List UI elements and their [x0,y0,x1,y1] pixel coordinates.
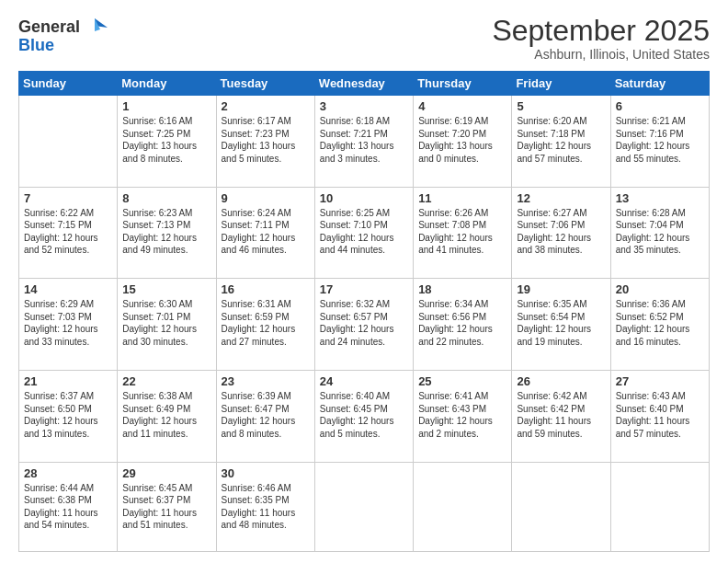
day-number: 21 [24,374,112,388]
day-info: Sunrise: 6:37 AMSunset: 6:50 PMDaylight:… [24,390,112,440]
table-row: 7Sunrise: 6:22 AMSunset: 7:15 PMDaylight… [19,187,118,279]
day-info: Sunrise: 6:38 AMSunset: 6:49 PMDaylight:… [122,390,210,440]
day-info: Sunrise: 6:31 AMSunset: 6:59 PMDaylight:… [222,298,310,348]
day-info: Sunrise: 6:17 AMSunset: 7:23 PMDaylight:… [222,115,310,165]
day-info: Sunrise: 6:43 AMSunset: 6:40 PMDaylight:… [616,390,704,440]
day-number: 12 [517,191,605,205]
day-info: Sunrise: 6:34 AMSunset: 6:56 PMDaylight:… [418,298,506,348]
day-info: Sunrise: 6:21 AMSunset: 7:16 PMDaylight:… [616,115,704,165]
day-number: 18 [418,282,506,296]
day-number: 6 [616,99,704,113]
day-info: Sunrise: 6:30 AMSunset: 7:01 PMDaylight:… [122,298,210,348]
table-row: 2Sunrise: 6:17 AMSunset: 7:23 PMDaylight… [216,96,314,188]
day-info: Sunrise: 6:22 AMSunset: 7:15 PMDaylight:… [24,207,112,257]
table-row: 14Sunrise: 6:29 AMSunset: 7:03 PMDayligh… [19,279,118,371]
day-info: Sunrise: 6:28 AMSunset: 7:04 PMDaylight:… [616,207,704,257]
table-row [414,462,512,551]
day-info: Sunrise: 6:40 AMSunset: 6:45 PMDaylight:… [320,390,408,440]
table-row: 17Sunrise: 6:32 AMSunset: 6:57 PMDayligh… [314,279,413,371]
day-number: 5 [517,99,605,113]
day-number: 2 [222,99,310,113]
day-number: 13 [616,191,704,205]
day-number: 19 [517,282,605,296]
table-row: 11Sunrise: 6:26 AMSunset: 7:08 PMDayligh… [414,187,512,279]
table-row: 21Sunrise: 6:37 AMSunset: 6:50 PMDayligh… [19,371,118,463]
table-row: 6Sunrise: 6:21 AMSunset: 7:16 PMDaylight… [610,96,709,188]
calendar-header-row: Sunday Monday Tuesday Wednesday Thursday… [19,72,710,96]
table-row: 3Sunrise: 6:18 AMSunset: 7:21 PMDaylight… [314,96,413,188]
table-row: 16Sunrise: 6:31 AMSunset: 6:59 PMDayligh… [216,279,314,371]
calendar-table: Sunday Monday Tuesday Wednesday Thursday… [18,71,710,552]
day-number: 16 [222,282,310,296]
day-info: Sunrise: 6:26 AMSunset: 7:08 PMDaylight:… [418,207,506,257]
day-number: 17 [320,282,408,296]
day-info: Sunrise: 6:18 AMSunset: 7:21 PMDaylight:… [320,115,408,165]
table-row: 24Sunrise: 6:40 AMSunset: 6:45 PMDayligh… [314,371,413,463]
day-number: 9 [222,191,310,205]
logo-general: General [18,18,80,37]
table-row: 19Sunrise: 6:35 AMSunset: 6:54 PMDayligh… [512,279,610,371]
page-subtitle: Ashburn, Illinois, United States [492,47,710,62]
table-row [512,462,610,551]
day-info: Sunrise: 6:19 AMSunset: 7:20 PMDaylight:… [418,115,506,165]
col-tuesday: Tuesday [216,72,314,96]
day-number: 24 [320,374,408,388]
day-info: Sunrise: 6:20 AMSunset: 7:18 PMDaylight:… [517,115,605,165]
col-monday: Monday [118,72,216,96]
table-row: 1Sunrise: 6:16 AMSunset: 7:25 PMDaylight… [118,96,216,188]
day-info: Sunrise: 6:27 AMSunset: 7:06 PMDaylight:… [517,207,605,257]
day-number: 8 [122,191,210,205]
col-sunday: Sunday [19,72,118,96]
day-number: 23 [222,374,310,388]
day-number: 10 [320,191,408,205]
col-friday: Friday [512,72,610,96]
day-number: 3 [320,99,408,113]
table-row: 8Sunrise: 6:23 AMSunset: 7:13 PMDaylight… [118,187,216,279]
day-number: 25 [418,374,506,388]
day-number: 28 [24,466,112,480]
table-row: 15Sunrise: 6:30 AMSunset: 7:01 PMDayligh… [118,279,216,371]
day-info: Sunrise: 6:44 AMSunset: 6:38 PMDaylight:… [24,482,112,532]
table-row: 12Sunrise: 6:27 AMSunset: 7:06 PMDayligh… [512,187,610,279]
day-number: 27 [616,374,704,388]
table-row: 28Sunrise: 6:44 AMSunset: 6:38 PMDayligh… [19,462,118,551]
day-info: Sunrise: 6:39 AMSunset: 6:47 PMDaylight:… [222,390,310,440]
table-row: 10Sunrise: 6:25 AMSunset: 7:10 PMDayligh… [314,187,413,279]
col-wednesday: Wednesday [314,72,413,96]
day-number: 1 [122,99,210,113]
logo-blue: Blue [18,37,108,55]
day-number: 15 [122,282,210,296]
page-title: September 2025 [492,15,710,47]
table-row: 13Sunrise: 6:28 AMSunset: 7:04 PMDayligh… [610,187,709,279]
logo: General Blue [18,15,108,55]
day-info: Sunrise: 6:42 AMSunset: 6:42 PMDaylight:… [517,390,605,440]
day-number: 20 [616,282,704,296]
table-row: 22Sunrise: 6:38 AMSunset: 6:49 PMDayligh… [118,371,216,463]
day-info: Sunrise: 6:32 AMSunset: 6:57 PMDaylight:… [320,298,408,348]
table-row: 9Sunrise: 6:24 AMSunset: 7:11 PMDaylight… [216,187,314,279]
table-row: 18Sunrise: 6:34 AMSunset: 6:56 PMDayligh… [414,279,512,371]
day-info: Sunrise: 6:16 AMSunset: 7:25 PMDaylight:… [122,115,210,165]
day-info: Sunrise: 6:45 AMSunset: 6:37 PMDaylight:… [122,482,210,532]
table-row: 25Sunrise: 6:41 AMSunset: 6:43 PMDayligh… [414,371,512,463]
day-number: 14 [24,282,112,296]
table-row: 29Sunrise: 6:45 AMSunset: 6:37 PMDayligh… [118,462,216,551]
table-row [19,96,118,188]
day-number: 29 [122,466,210,480]
table-row: 30Sunrise: 6:46 AMSunset: 6:35 PMDayligh… [216,462,314,551]
day-number: 26 [517,374,605,388]
table-row [610,462,709,551]
day-number: 30 [222,466,310,480]
day-number: 11 [418,191,506,205]
title-block: September 2025 Ashburn, Illinois, United… [492,15,710,62]
table-row: 26Sunrise: 6:42 AMSunset: 6:42 PMDayligh… [512,371,610,463]
table-row: 23Sunrise: 6:39 AMSunset: 6:47 PMDayligh… [216,371,314,463]
table-row: 4Sunrise: 6:19 AMSunset: 7:20 PMDaylight… [414,96,512,188]
table-row: 5Sunrise: 6:20 AMSunset: 7:18 PMDaylight… [512,96,610,188]
col-thursday: Thursday [414,72,512,96]
day-info: Sunrise: 6:29 AMSunset: 7:03 PMDaylight:… [24,298,112,348]
day-info: Sunrise: 6:41 AMSunset: 6:43 PMDaylight:… [418,390,506,440]
day-info: Sunrise: 6:23 AMSunset: 7:13 PMDaylight:… [122,207,210,257]
page: General Blue September 2025 Ashburn, Ill… [0,0,728,563]
table-row: 20Sunrise: 6:36 AMSunset: 6:52 PMDayligh… [610,279,709,371]
